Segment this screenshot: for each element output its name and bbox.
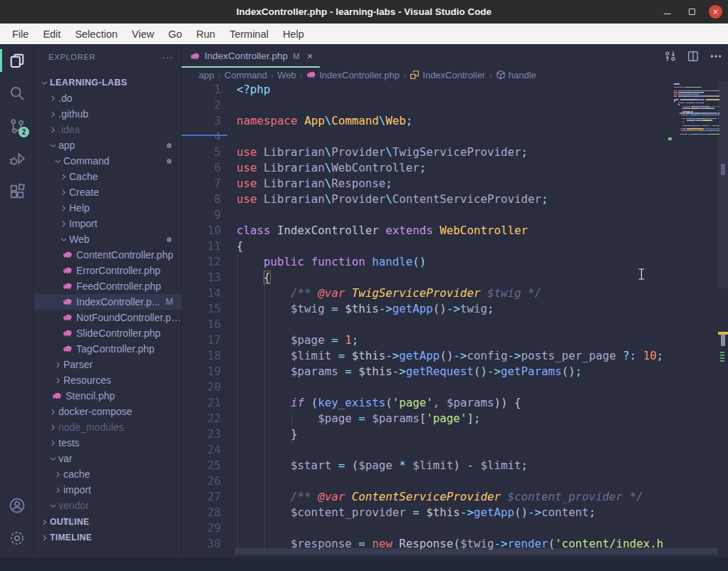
tree-folder-create[interactable]: Create — [34, 184, 182, 200]
split-editor-icon[interactable] — [687, 50, 700, 63]
menu-view[interactable]: View — [125, 26, 160, 42]
minimap[interactable] — [674, 83, 719, 135]
menu-terminal[interactable]: Terminal — [223, 26, 275, 42]
code-line-7[interactable]: 7use Librarian\Response; — [182, 176, 728, 192]
chevron-down-icon[interactable] — [52, 157, 63, 166]
tree-file-contentcontroller-php[interactable]: ContentController.php — [34, 247, 182, 263]
activity-run-debug[interactable] — [0, 142, 34, 175]
tree-folder--do[interactable]: .do — [34, 90, 182, 106]
code-line-6[interactable]: 6use Librarian\WebController; — [182, 160, 728, 176]
chevron-down-icon[interactable] — [38, 78, 50, 88]
tree-file-stencil-php[interactable]: Stencil.php — [34, 388, 182, 404]
chevron-right-icon[interactable] — [58, 204, 69, 213]
activity-account[interactable] — [0, 489, 34, 522]
line-text — [221, 98, 236, 113]
sidebar-section-timeline[interactable]: TIMELINE — [34, 530, 182, 545]
tree-folder-help[interactable]: Help — [34, 200, 182, 216]
breadcrumb-item-indexcontroller[interactable]: IndexController — [410, 70, 485, 80]
chevron-right-icon[interactable] — [52, 470, 63, 479]
tree-folder-cache[interactable]: Cache — [34, 169, 182, 184]
code-line-8[interactable]: 8use Librarian\Provider\ContentServicePr… — [182, 192, 728, 207]
vertical-scrollbar[interactable] — [718, 82, 728, 288]
tree-file-slidecontroller-php[interactable]: SlideController.php — [34, 325, 182, 341]
maximize-button[interactable] — [685, 5, 699, 19]
tree-file-errorcontroller-php[interactable]: ErrorController.php — [34, 263, 182, 278]
tree-folder-cache[interactable]: cache — [34, 466, 182, 482]
menu-selection[interactable]: Selection — [68, 26, 124, 42]
breadcrumb-item-app[interactable]: app — [199, 70, 214, 80]
menu-help[interactable]: Help — [276, 26, 311, 42]
activity-extensions[interactable] — [0, 175, 34, 208]
activity-search[interactable] — [0, 77, 34, 110]
sidebar-more-actions-icon[interactable]: ··· — [162, 51, 174, 63]
code-line-11[interactable]: 11{ — [182, 239, 728, 254]
chevron-down-icon[interactable] — [58, 235, 69, 244]
code-line-3[interactable]: 3namespace App\Command\Web; — [182, 113, 728, 129]
chevron-right-icon[interactable] — [58, 172, 69, 182]
breadcrumb-item-command[interactable]: Command — [224, 70, 267, 80]
tab-indexcontroller[interactable]: IndexController.php M × — [182, 44, 320, 68]
close-button[interactable]: × — [709, 5, 722, 19]
horizontal-scrollbar[interactable] — [235, 548, 717, 555]
activity-settings[interactable] — [0, 522, 34, 555]
code-line-5[interactable]: 5use Librarian\Provider\TwigServiceProvi… — [182, 145, 728, 160]
tree-folder-command[interactable]: Command — [34, 153, 182, 169]
code-line-1[interactable]: 1<?php — [182, 82, 728, 98]
chevron-down-icon[interactable] — [47, 141, 58, 150]
code-editor[interactable]: 1<?php23namespace App\Command\Web;45use … — [182, 82, 728, 557]
tree-file-feedcontroller-php[interactable]: FeedController.php — [34, 278, 182, 294]
open-changes-icon[interactable] — [664, 50, 677, 63]
code-line-10[interactable]: 10class IndexController extends WebContr… — [182, 223, 728, 239]
tree-folder-var[interactable]: var — [34, 451, 182, 466]
chevron-right-icon[interactable] — [52, 376, 63, 385]
chevron-right-icon[interactable] — [47, 94, 58, 103]
menu-edit[interactable]: Edit — [36, 26, 67, 42]
line-number: 18 — [182, 348, 221, 364]
activity-explorer[interactable] — [0, 44, 34, 77]
breadcrumb-item-indexcontroller-php[interactable]: IndexController.php — [306, 70, 400, 80]
code-line-9[interactable]: 9 — [182, 207, 728, 223]
chevron-right-icon[interactable] — [58, 188, 69, 197]
activity-source-control[interactable]: 2 — [0, 110, 34, 142]
sidebar-section-outline[interactable]: OUTLINE — [34, 514, 182, 530]
menu-go[interactable]: Go — [162, 26, 188, 42]
tree-folder-docker-compose[interactable]: docker-compose — [34, 404, 182, 419]
tree-folder-import[interactable]: import — [34, 482, 182, 498]
chevron-right-icon[interactable] — [58, 219, 69, 229]
tree-folder-web[interactable]: Web — [34, 231, 182, 247]
chevron-right-icon[interactable] — [47, 439, 58, 448]
menu-file[interactable]: File — [6, 26, 35, 42]
tree-folder-learning-labs[interactable]: LEARNING-LABS — [34, 75, 182, 90]
tree-folder-parser[interactable]: Parser — [34, 357, 182, 372]
chevron-right-icon[interactable] — [47, 423, 58, 432]
tree-file-notfoundcontroller-php[interactable]: NotFoundController.php — [34, 310, 182, 325]
chevron-down-icon[interactable] — [47, 454, 58, 463]
tree-folder--idea[interactable]: .idea — [34, 122, 182, 137]
code-line-4[interactable]: 4 — [182, 129, 728, 145]
chevron-right-icon[interactable] — [47, 407, 58, 417]
line-text: $start = ($page * $limit) - $limit; — [221, 458, 528, 473]
tree-file-indexcontroller-p-[interactable]: IndexController.p...M — [34, 294, 182, 310]
tree-folder-app[interactable]: app — [34, 137, 182, 153]
minimap-git-marker — [668, 137, 672, 140]
tree-folder--github[interactable]: .github — [34, 106, 182, 122]
minimize-button[interactable] — [660, 5, 675, 19]
tree-file-tagcontroller-php[interactable]: TagController.php — [34, 341, 182, 357]
tab-close-icon[interactable]: × — [307, 50, 313, 62]
chevron-down-icon[interactable] — [47, 501, 58, 510]
code-line-2[interactable]: 2 — [182, 98, 728, 113]
code-line-12[interactable]: 12 public function handle() — [182, 254, 728, 270]
chevron-right-icon[interactable] — [52, 360, 63, 370]
more-actions-icon[interactable] — [709, 50, 722, 63]
breadcrumb-item-web[interactable]: Web — [277, 70, 296, 80]
chevron-right-icon[interactable] — [47, 110, 58, 119]
tree-folder-vendor[interactable]: vendor — [34, 498, 182, 513]
chevron-right-icon[interactable] — [52, 486, 63, 495]
chevron-right-icon[interactable] — [47, 125, 58, 135]
tree-folder-tests[interactable]: tests — [34, 435, 182, 451]
menu-run[interactable]: Run — [190, 26, 222, 42]
tree-folder-node-modules[interactable]: node_modules — [34, 419, 182, 435]
tree-folder-resources[interactable]: Resources — [34, 372, 182, 388]
breadcrumb-item-handle[interactable]: handle — [496, 70, 536, 80]
tree-folder-import[interactable]: Import — [34, 216, 182, 231]
